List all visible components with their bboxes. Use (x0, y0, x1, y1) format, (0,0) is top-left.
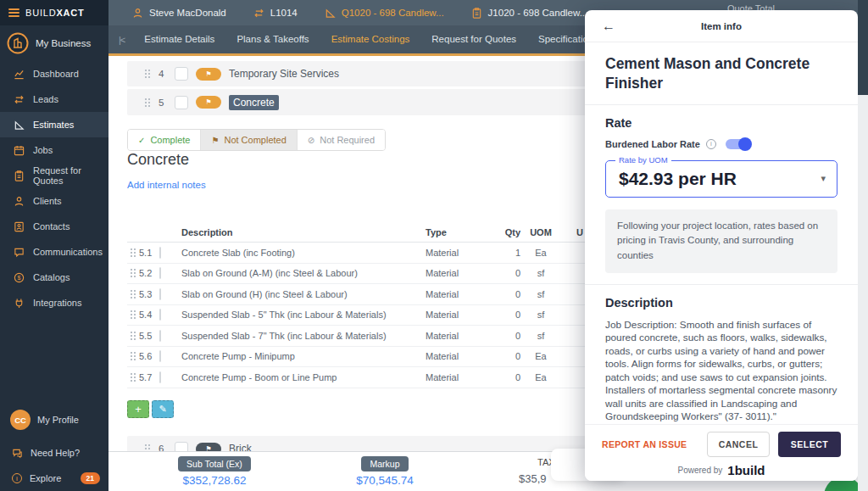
sidebar-item-request-for-quotes[interactable]: Request for Quotes (0, 163, 108, 188)
drag-handle-icon[interactable] (130, 372, 136, 382)
app-window: BUILDXACT My Business Dashboard Leads Es… (0, 0, 868, 491)
drag-handle-icon[interactable] (130, 310, 136, 320)
status-not-completed-button[interactable]: ⚑ Not Completed (201, 130, 297, 150)
selected-category-label[interactable]: Concrete (229, 95, 279, 110)
person-icon (14, 196, 25, 207)
menu-icon[interactable] (8, 7, 19, 19)
rate-by-uom-select[interactable]: Rate by UOM $42.93 per HR ▾ (605, 160, 837, 198)
sidebar-item-my-business[interactable]: My Business (0, 25, 108, 61)
row-checkbox[interactable] (159, 288, 161, 300)
item-name: Cement Mason and Concrete Finisher (605, 54, 837, 93)
row-checkbox[interactable] (159, 267, 161, 279)
not-completed-flag-badge: ⚑ (196, 96, 221, 109)
drag-handle-icon[interactable] (144, 98, 151, 108)
back-arrow-icon[interactable]: ← (602, 19, 615, 34)
flag-icon: ⚑ (211, 136, 219, 145)
row-checkbox[interactable] (159, 330, 161, 342)
sidebar-item-catalogs[interactable]: $ Catalogs (0, 265, 108, 290)
chart-icon (14, 69, 25, 80)
report-an-issue-link[interactable]: REPORT AN ISSUE (602, 439, 687, 449)
row-checkbox[interactable] (159, 350, 161, 362)
sidebar-bottom: CC My Profile Need Help? i Explore 21 (0, 406, 108, 491)
row-action-buttons: + ✎ (127, 400, 174, 418)
sidebar: BUILDXACT My Business Dashboard Leads Es… (0, 0, 108, 491)
cancel-button[interactable]: CANCEL (707, 432, 770, 457)
app-logo: BUILDXACT (25, 8, 85, 18)
description-heading: Description (605, 296, 837, 310)
category-checkbox[interactable] (175, 442, 188, 451)
business-label: My Business (36, 38, 91, 48)
info-circle-icon: i (12, 473, 22, 483)
topbar-job-ref[interactable]: J1020 - 698 Candlew... (471, 8, 588, 19)
sub-total-value: $352,728.62 (142, 474, 287, 487)
drag-handle-icon[interactable] (130, 351, 136, 361)
sidebar-item-contacts[interactable]: Contacts (0, 214, 108, 239)
calendar-icon (14, 145, 25, 156)
avatar: CC (10, 410, 31, 430)
drag-handle-icon[interactable] (130, 268, 136, 278)
logo-strip: BUILDXACT (0, 0, 108, 25)
dollar-circle-icon: $ (14, 272, 25, 283)
page-scrollbar[interactable] (858, 0, 868, 491)
add-internal-notes-link[interactable]: Add internal notes (127, 180, 206, 190)
drag-handle-icon[interactable] (130, 289, 136, 299)
chat-bubble-icon (14, 247, 25, 258)
select-button[interactable]: SELECT (778, 432, 841, 457)
address-book-icon (14, 221, 25, 232)
burdened-rate-toggle[interactable] (726, 139, 751, 149)
scrollbar-thumb[interactable] (858, 0, 868, 95)
onebuild-logo: 1build (727, 463, 765, 477)
sidebar-item-estimates[interactable]: Estimates (0, 112, 108, 137)
rate-value: $42.93 per HR (619, 169, 737, 189)
swap-arrows-icon (14, 94, 25, 105)
tab-request-for-quotes[interactable]: Request for Quotes (420, 25, 527, 53)
help-chat-icon (12, 448, 23, 459)
set-square-icon (325, 8, 336, 19)
sidebar-item-integrations[interactable]: Integrations (0, 290, 108, 315)
tab-estimate-details[interactable]: Estimate Details (133, 25, 225, 53)
sidebar-item-dashboard[interactable]: Dashboard (0, 61, 108, 86)
drag-handle-icon[interactable] (144, 444, 151, 451)
info-icon[interactable]: i (706, 139, 716, 149)
status-complete-button[interactable]: ✓ Complete (128, 130, 201, 150)
section-title: Concrete (127, 151, 189, 169)
drag-handle-icon[interactable] (130, 248, 136, 258)
category-status-badge: ⚑ (196, 443, 221, 452)
sidebar-item-my-profile[interactable]: CC My Profile (0, 406, 108, 433)
topbar-lead-ref[interactable]: L1014 (253, 8, 298, 19)
completion-status-toggle: ✓ Complete ⚑ Not Completed ⊘ Not Require… (127, 129, 386, 151)
tab-estimate-costings[interactable]: Estimate Costings (320, 25, 421, 53)
panel-title-label: Item info (701, 21, 742, 31)
panel-header: ← Item info (585, 10, 858, 42)
sidebar-item-clients[interactable]: Clients (0, 188, 108, 214)
clipboard-icon (14, 170, 25, 181)
row-checkbox[interactable] (159, 247, 161, 259)
drag-handle-icon[interactable] (144, 69, 151, 79)
drag-handle-icon[interactable] (130, 331, 136, 341)
row-checkbox[interactable] (159, 371, 161, 383)
sidebar-item-jobs[interactable]: Jobs (0, 137, 108, 163)
panel-body: Cement Mason and Concrete Finisher Rate … (585, 42, 858, 424)
sidebar-item-communications[interactable]: Communications (0, 239, 108, 265)
category-checkbox[interactable] (175, 96, 188, 109)
markup-group: Markup $70,545.74 (317, 455, 453, 487)
category-checkbox[interactable] (175, 67, 188, 81)
plug-icon (14, 298, 25, 309)
topbar-quote-ref[interactable]: Q1020 - 698 Candlew... (325, 8, 444, 19)
set-square-icon (14, 120, 25, 131)
edit-item-button[interactable]: ✎ (152, 400, 174, 418)
check-icon: ✓ (138, 136, 145, 145)
clipboard-icon (471, 8, 482, 19)
sidebar-item-explore[interactable]: i Explore 21 (0, 466, 108, 491)
collapse-sidebar-icon[interactable]: |< (119, 35, 125, 45)
status-not-required-button[interactable]: ⊘ Not Required (298, 130, 385, 150)
add-item-button[interactable]: + (127, 400, 149, 418)
tab-plans-takeoffs[interactable]: Plans & Takeoffs (225, 25, 320, 53)
explore-count-badge: 21 (81, 472, 100, 484)
sidebar-item-leads[interactable]: Leads (0, 86, 108, 112)
location-pricing-note: Following your project location, rates b… (605, 209, 837, 273)
row-checkbox[interactable] (159, 309, 161, 321)
sidebar-item-need-help[interactable]: Need Help? (0, 440, 108, 466)
topbar-user[interactable]: Steve MacDonald (132, 8, 226, 19)
powered-by-row: Powered by 1build (585, 463, 858, 477)
